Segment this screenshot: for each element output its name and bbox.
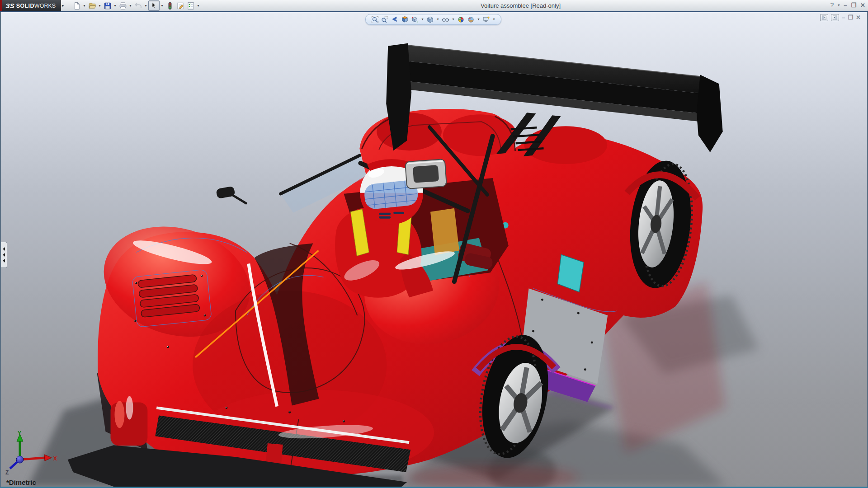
- solidworks-window: ЗS SOLIDWORKS ▸ ▾▾▾▾▾▾▾ Voiture assomble…: [0, 0, 868, 488]
- open-button[interactable]: [87, 1, 97, 10]
- view-orientation-button[interactable]: [410, 15, 420, 24]
- previous-view-icon: [391, 16, 399, 23]
- collapse-arrow-icon: [3, 259, 5, 263]
- display-style-icon: [426, 16, 434, 23]
- title-bar: ЗS SOLIDWORKS ▸ ▾▾▾▾▾▾▾ Voiture assomble…: [0, 0, 868, 12]
- view-settings-button[interactable]: [481, 15, 491, 24]
- view-orientation-icon: [411, 16, 419, 23]
- heads-up-view-toolbar: ▾▾▾▾▾: [365, 14, 501, 25]
- pane-previous-icon: [821, 15, 827, 20]
- new-document-button[interactable]: [71, 1, 82, 10]
- view-orientation-label: *Dimetric: [6, 479, 36, 486]
- restore-button[interactable]: ❐: [851, 2, 856, 9]
- design-checker-dropdown[interactable]: ▾: [196, 1, 201, 10]
- triad-y-label: Y: [18, 431, 21, 436]
- feature-tree-collapsed-tab[interactable]: [1, 242, 7, 268]
- apply-scene-dropdown[interactable]: ▾: [476, 15, 481, 24]
- undo-button[interactable]: [133, 1, 143, 10]
- graphics-viewport[interactable]: ▾▾▾▾▾ – ❐ ✕ Y X: [0, 12, 868, 488]
- zoom-to-fit-icon: [371, 16, 379, 23]
- new-document-dropdown[interactable]: ▾: [82, 1, 87, 10]
- document-window-controls: – ❐ ✕: [820, 14, 861, 21]
- select-button[interactable]: [148, 0, 160, 11]
- print-dropdown[interactable]: ▾: [128, 1, 133, 10]
- solidworks-logo-glyph: ЗS: [5, 2, 14, 9]
- triad-x-label: X: [53, 455, 57, 462]
- save-button[interactable]: [102, 1, 113, 10]
- select-cursor-icon: [150, 2, 158, 10]
- zoom-to-area-button[interactable]: [380, 15, 390, 24]
- collapse-arrow-icon: [3, 247, 5, 251]
- triad-z-label: Z: [5, 469, 9, 476]
- apply-scene-button[interactable]: [466, 15, 476, 24]
- display-style-button[interactable]: [425, 15, 435, 24]
- open-folder-icon: [88, 2, 96, 10]
- previous-view-button[interactable]: [390, 15, 400, 24]
- print-icon: [119, 2, 127, 10]
- interference-check-button[interactable]: [165, 1, 175, 10]
- view-settings-icon: [482, 16, 490, 23]
- hide-show-items-icon: [442, 16, 449, 23]
- open-dropdown[interactable]: ▾: [97, 1, 102, 10]
- menu-expand-arrow[interactable]: ▸: [62, 3, 64, 8]
- document-close-button[interactable]: ✕: [856, 14, 861, 21]
- hide-show-items-button[interactable]: [441, 15, 450, 24]
- brand-light: WORKS: [34, 3, 56, 9]
- pane-previous-button[interactable]: [820, 14, 828, 21]
- view-settings-dropdown[interactable]: ▾: [491, 15, 496, 24]
- collapse-arrow-icon: [3, 253, 5, 257]
- select-dropdown[interactable]: ▾: [160, 1, 165, 10]
- help-button[interactable]: ?: [830, 1, 834, 9]
- orientation-triad: Y X Z: [4, 431, 62, 476]
- close-button[interactable]: ✕: [860, 2, 865, 9]
- window-controls: ? ▾ – ❐ ✕: [830, 1, 865, 9]
- minimize-button[interactable]: –: [844, 2, 847, 9]
- hide-show-items-dropdown[interactable]: ▾: [451, 15, 456, 24]
- new-document-icon: [73, 2, 81, 10]
- save-dropdown[interactable]: ▾: [113, 1, 118, 10]
- display-style-dropdown[interactable]: ▾: [435, 15, 440, 24]
- pane-next-button[interactable]: [831, 14, 839, 21]
- zoom-to-area-icon: [381, 16, 389, 23]
- view-orientation-dropdown[interactable]: ▾: [420, 15, 425, 24]
- traffic-light-icon: [166, 2, 174, 10]
- main-toolbar: ▾▾▾▾▾▾▾: [71, 0, 201, 11]
- race-car-model[interactable]: [1, 12, 867, 487]
- checklist-icon: [187, 2, 195, 10]
- brand-bold: SOLID: [16, 3, 34, 9]
- solidworks-logo: ЗS SOLIDWORKS: [2, 0, 61, 11]
- edit-appearance-button[interactable]: [456, 15, 466, 24]
- edit-appearance-icon: [457, 16, 465, 23]
- notepad-icon: [176, 2, 184, 10]
- pane-next-icon: [832, 15, 838, 20]
- zoom-to-fit-button[interactable]: [370, 15, 380, 24]
- save-floppy-icon: [104, 2, 112, 10]
- help-dropdown[interactable]: ▾: [838, 3, 840, 7]
- document-restore-button[interactable]: ❐: [848, 14, 853, 21]
- undo-icon: [134, 2, 142, 10]
- section-view-button[interactable]: [400, 15, 410, 24]
- undo-dropdown[interactable]: ▾: [143, 1, 148, 10]
- design-checker-button[interactable]: [185, 1, 196, 10]
- document-title: Voiture assomblee [Read-only]: [481, 2, 561, 9]
- comment-button[interactable]: [175, 1, 185, 10]
- document-minimize-button[interactable]: –: [842, 14, 845, 21]
- apply-scene-icon: [467, 16, 475, 23]
- print-button[interactable]: [118, 1, 128, 10]
- section-view-icon: [401, 16, 409, 23]
